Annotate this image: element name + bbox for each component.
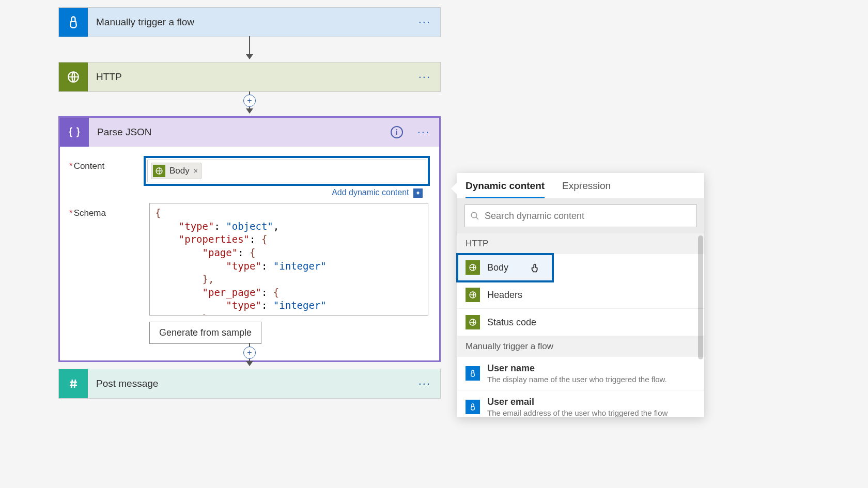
dyn-item-headers[interactable]: Headers <box>457 281 704 309</box>
dyn-item-body[interactable]: Body <box>457 254 553 281</box>
generate-sample-button[interactable]: Generate from sample <box>149 322 261 344</box>
globe-icon <box>466 288 480 302</box>
add-step-button[interactable]: + <box>243 95 256 107</box>
step-parse-menu[interactable]: ··· <box>408 125 439 139</box>
step-parse-json: Parse JSON i ··· *Content Body <box>58 116 441 362</box>
tab-dynamic-content[interactable]: Dynamic content <box>466 180 545 198</box>
schema-editor[interactable]: { "type": "object", "properties": { "pag… <box>149 203 428 316</box>
schema-label: *Schema <box>69 203 149 344</box>
dynamic-search[interactable] <box>464 204 697 227</box>
search-icon <box>470 211 479 221</box>
content-input[interactable]: Body × <box>147 160 426 182</box>
tab-expression[interactable]: Expression <box>562 180 611 198</box>
cursor-icon <box>530 261 541 275</box>
step-http-menu[interactable]: ··· <box>409 70 440 84</box>
dyn-group-trigger: Manually trigger a flow <box>457 336 704 357</box>
step-parse-title: Parse JSON <box>89 127 391 138</box>
info-icon[interactable]: i <box>391 126 403 138</box>
dynamic-search-input[interactable] <box>485 211 691 222</box>
dyn-item-user-email[interactable]: User email The email address of the user… <box>457 390 704 417</box>
content-label: *Content <box>69 156 144 198</box>
dynamic-content-panel: Dynamic content Expression HTTP Body <box>457 173 704 417</box>
body-token[interactable]: Body × <box>151 163 202 179</box>
globe-icon <box>59 62 88 91</box>
connector-arrow <box>249 36 250 59</box>
svg-point-2 <box>471 212 477 218</box>
add-step-button[interactable]: + <box>243 347 256 359</box>
globe-icon <box>466 260 480 275</box>
step-post-title: Post message <box>88 378 409 389</box>
dyn-item-status-code[interactable]: Status code <box>457 309 704 336</box>
globe-icon <box>466 315 480 329</box>
touch-icon <box>466 400 480 414</box>
scrollbar[interactable] <box>698 235 703 359</box>
dyn-item-user-name[interactable]: User name The display name of the user w… <box>457 357 704 390</box>
token-remove[interactable]: × <box>194 167 198 175</box>
globe-icon <box>153 165 165 177</box>
dynamic-sparkle-icon[interactable]: ✦ <box>413 188 423 198</box>
step-http[interactable]: HTTP ··· <box>58 62 441 92</box>
step-trigger[interactable]: Manually trigger a flow ··· <box>58 7 441 37</box>
touch-icon <box>59 8 88 37</box>
step-post-menu[interactable]: ··· <box>409 377 440 390</box>
touch-icon <box>466 366 480 381</box>
dyn-group-http: HTTP <box>457 233 704 254</box>
content-highlight: Body × <box>144 156 430 186</box>
step-post-message[interactable]: Post message ··· <box>58 369 441 399</box>
step-http-title: HTTP <box>88 71 409 83</box>
step-trigger-title: Manually trigger a flow <box>88 17 409 28</box>
hash-icon <box>59 369 88 398</box>
braces-icon <box>60 118 89 147</box>
step-trigger-menu[interactable]: ··· <box>409 15 440 29</box>
add-dynamic-link[interactable]: Add dynamic content <box>332 188 409 197</box>
